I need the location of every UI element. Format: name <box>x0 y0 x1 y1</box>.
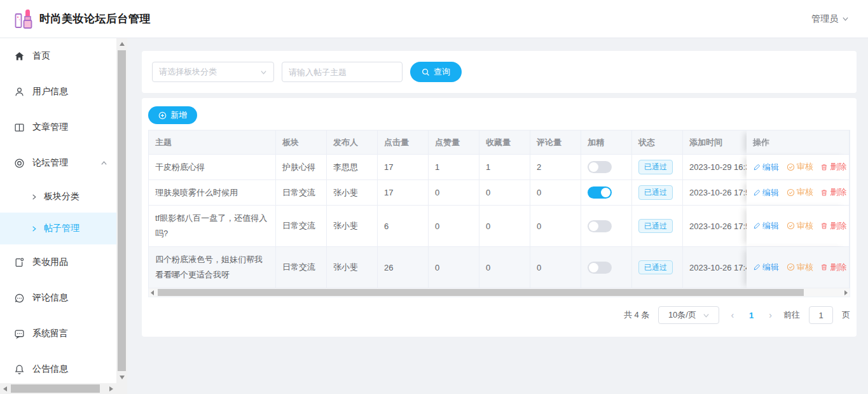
delete-link[interactable]: 删除 <box>820 161 846 172</box>
goto-page-input[interactable] <box>809 306 833 324</box>
sidebar-horizontal-scrollbar[interactable] <box>0 383 116 394</box>
plus-circle-icon <box>158 111 167 120</box>
status-badge: 已通过 <box>638 260 673 274</box>
sidebar-subitem-post-management[interactable]: 帖子管理 <box>0 213 116 244</box>
scroll-right-arrow[interactable] <box>109 386 113 391</box>
cell-board: 日常交流 <box>276 247 327 288</box>
cell-status: 已通过 <box>632 247 683 288</box>
scrollbar-thumb[interactable] <box>11 384 100 393</box>
review-link[interactable]: 审核 <box>787 262 813 273</box>
total-count: 共 4 条 <box>624 309 649 321</box>
edit-pencil-icon <box>753 222 761 230</box>
delete-link[interactable]: 删除 <box>820 186 846 198</box>
cell-actions: 编辑 审核 删除 <box>747 155 850 180</box>
scroll-left-arrow[interactable] <box>151 290 154 295</box>
sidebar-item-label: 系统留言 <box>32 328 68 339</box>
edit-link-label: 编辑 <box>762 162 779 173</box>
cell-comments: 2 <box>530 155 581 180</box>
page-size-select[interactable]: 10条/页 <box>658 306 719 324</box>
review-link[interactable]: 审核 <box>787 161 813 172</box>
topic-search-input[interactable] <box>282 62 403 82</box>
sidebar-item-system-messages[interactable]: 系统留言 <box>0 316 116 351</box>
scrollbar-corner <box>116 383 127 394</box>
sidebar-item-users[interactable]: 用户信息 <box>0 74 116 109</box>
sidebar-item-beauty-products[interactable]: 美妆用品 <box>0 244 116 280</box>
sidebar-item-label: 公告信息 <box>32 363 68 375</box>
cell-clicks: 17 <box>378 180 429 206</box>
column-publisher: 发布人 <box>327 130 378 155</box>
user-icon <box>14 87 25 97</box>
cell-featured <box>581 247 632 288</box>
edit-link[interactable]: 编辑 <box>753 162 779 173</box>
scroll-left-arrow[interactable] <box>3 386 7 391</box>
table-horizontal-scrollbar[interactable] <box>148 288 850 297</box>
sidebar-item-articles[interactable]: 文章管理 <box>0 109 116 145</box>
table-body: 干皮粉底心得 护肤心得 李思思 17 1 1 2 已通过 2023-10-29 … <box>149 155 850 288</box>
current-page[interactable]: 1 <box>745 311 757 320</box>
sidebar-item-forum[interactable]: 论坛管理 <box>0 145 116 181</box>
scroll-up-arrow[interactable] <box>120 42 125 46</box>
column-actions: 操作 <box>747 130 850 155</box>
sidebar-item-label: 首页 <box>32 50 50 62</box>
sidebar-subitem-label: 板块分类 <box>44 191 79 202</box>
edit-link[interactable]: 编辑 <box>753 220 779 232</box>
app-header: 时尚美妆论坛后台管理 管理员 <box>0 0 868 38</box>
next-page-button[interactable]: › <box>766 310 775 320</box>
review-link-label: 审核 <box>797 220 813 232</box>
scrollbar-thumb[interactable] <box>118 50 126 371</box>
check-circle-icon <box>787 188 795 197</box>
add-button[interactable]: 新增 <box>148 106 197 124</box>
status-badge: 已通过 <box>638 185 673 199</box>
chevron-right-icon <box>31 225 38 232</box>
table-row: 干皮粉底心得 护肤心得 李思思 17 1 1 2 已通过 2023-10-29 … <box>149 155 850 180</box>
admin-dropdown[interactable]: 管理员 <box>811 13 849 25</box>
trash-icon <box>820 263 828 271</box>
check-circle-icon <box>787 263 795 271</box>
sidebar: 首页 用户信息 文章管理 论坛管理 板块分类 帖子管理 <box>0 38 127 394</box>
review-link-label: 审核 <box>797 262 813 273</box>
cell-actions: 编辑 审核 删除 <box>747 247 850 288</box>
sidebar-item-announcements[interactable]: 公告信息 <box>0 351 116 383</box>
delete-link[interactable]: 删除 <box>820 220 846 232</box>
prev-page-button[interactable]: ‹ <box>728 310 736 320</box>
chevron-down-icon <box>703 312 710 319</box>
review-link[interactable]: 审核 <box>787 220 813 232</box>
edit-link[interactable]: 编辑 <box>753 262 779 273</box>
scroll-down-arrow[interactable] <box>120 376 125 379</box>
page-size-label: 10条/页 <box>668 309 696 321</box>
cell-topic: 干皮粉底心得 <box>149 155 276 180</box>
home-icon <box>14 51 25 62</box>
cell-clicks: 26 <box>378 247 429 288</box>
posts-table-container: 主题 板块 发布人 点击量 点赞量 收藏量 评论量 加精 状态 添加时间 操作 <box>148 130 850 288</box>
delete-link-label: 删除 <box>830 161 846 172</box>
cell-comments: 0 <box>530 206 581 247</box>
scroll-right-arrow[interactable] <box>844 290 848 295</box>
scrollbar-thumb[interactable] <box>158 289 804 296</box>
search-bar: 请选择板块分类 查询 <box>142 51 857 93</box>
sidebar-subitem-board-category[interactable]: 板块分类 <box>0 181 116 213</box>
edit-link[interactable]: 编辑 <box>753 187 779 199</box>
delete-link-label: 删除 <box>830 220 846 232</box>
check-circle-icon <box>787 222 795 230</box>
cell-clicks: 6 <box>378 206 429 247</box>
featured-toggle[interactable] <box>588 161 612 173</box>
edit-pencil-icon <box>753 164 761 171</box>
sidebar-item-home[interactable]: 首页 <box>0 38 116 74</box>
table-row: tf眼影都八百一盘了，还值得入吗? 日常交流 张小斐 6 0 0 0 已通过 2… <box>149 206 850 247</box>
sidebar-vertical-scrollbar[interactable] <box>116 38 127 383</box>
sidebar-item-comments[interactable]: 评论信息 <box>0 280 116 316</box>
delete-link[interactable]: 删除 <box>820 262 846 273</box>
board-category-select[interactable]: 请选择板块分类 <box>152 62 274 82</box>
edit-link-label: 编辑 <box>762 262 779 273</box>
article-icon <box>14 122 25 133</box>
delete-link-label: 删除 <box>830 262 846 273</box>
sidebar-item-label: 文章管理 <box>32 122 68 133</box>
featured-toggle[interactable] <box>588 262 612 274</box>
featured-toggle[interactable] <box>588 220 612 232</box>
cell-board: 护肤心得 <box>276 155 327 180</box>
featured-toggle[interactable] <box>588 186 612 199</box>
edit-link-label: 编辑 <box>762 187 779 199</box>
review-link[interactable]: 审核 <box>787 186 813 198</box>
search-button[interactable]: 查询 <box>410 62 462 82</box>
app-logo: 时尚美妆论坛后台管理 <box>14 8 151 30</box>
